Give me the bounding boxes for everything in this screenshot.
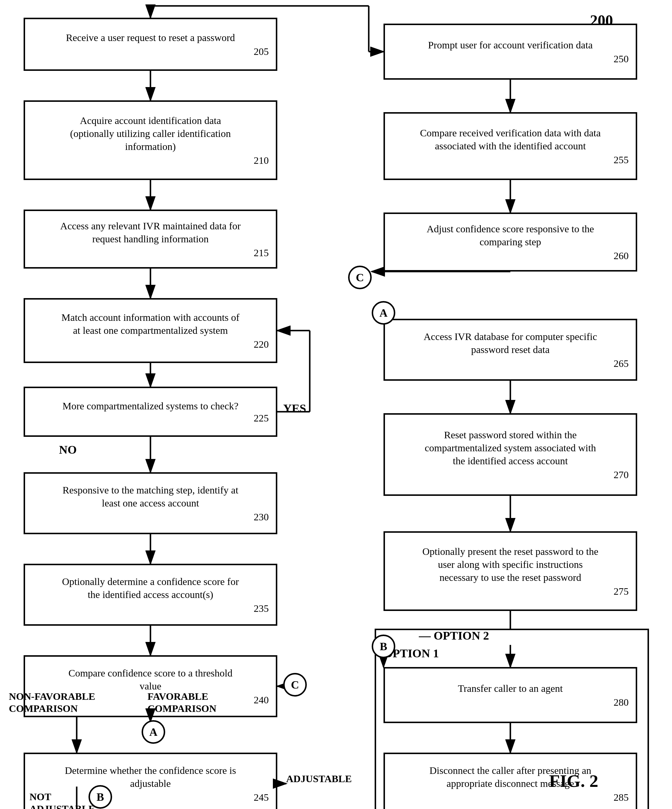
box-215-text: Access any relevant IVR maintained data … [60,220,241,245]
box-220-text: Match account information with accounts … [61,311,239,337]
box-270-text: Reset password stored within thecompartm… [425,428,596,468]
box-265-num: 265 [613,358,628,369]
box-275: Optionally present the reset password to… [384,531,637,611]
box-205-num: 205 [254,46,269,57]
label-option2: — OPTION 2 [419,629,489,643]
circle-C-left: C [283,673,307,697]
box-260-text: Adjust confidence score responsive to th… [427,223,594,248]
label-favorable: FAVORABLECOMPARISON [147,691,216,715]
box-210-num: 210 [254,155,269,166]
circle-A-right: A [372,301,395,325]
box-270: Reset password stored within thecompartm… [384,413,637,496]
circle-B-left: B [89,785,112,809]
box-275-num: 275 [613,586,628,597]
label-no: NO [59,443,77,457]
box-230-text: Responsive to the matching step, identif… [62,484,238,510]
circle-A-left: A [142,720,165,744]
box-260: Adjust confidence score responsive to th… [384,213,637,272]
box-245-text: Determine whether the confidence score i… [65,764,236,790]
box-255-num: 255 [613,154,628,166]
box-270-num: 270 [613,469,628,480]
box-230: Responsive to the matching step, identif… [23,472,277,534]
box-255-text: Compare received verification data with … [420,127,601,153]
box-260-num: 260 [613,250,628,262]
box-235: Optionally determine a confidence score … [23,564,277,626]
box-225-text: More compartmentalized systems to check? [62,399,239,413]
box-250-text: Prompt user for account verification dat… [428,39,593,52]
box-225: More compartmentalized systems to check?… [23,387,277,437]
box-250: Prompt user for account verification dat… [384,23,637,80]
box-275-text: Optionally present the reset password to… [422,545,598,584]
circle-C-right: C [348,266,372,289]
label-adjustable: ADJUSTABLE [286,773,352,784]
box-235-num: 235 [254,603,269,614]
box-265-text: Access IVR database for computer specifi… [424,330,597,356]
label-yes: YES [283,401,306,415]
box-220-num: 220 [254,339,269,350]
box-230-num: 230 [254,512,269,523]
label-not-adjustable: NOTADJUSTABLE [30,791,95,809]
box-210: Acquire account identification data(opti… [23,100,277,180]
box-240-num: 240 [254,695,269,706]
box-215-num: 215 [254,247,269,258]
label-nonfavorable: NON-FAVORABLECOMPARISON [9,691,95,715]
box-205-text: Receive a user request to reset a passwo… [66,31,235,44]
box-205: Receive a user request to reset a passwo… [23,18,277,71]
box-215: Access any relevant IVR maintained data … [23,210,277,269]
box-240-text: Compare confidence score to a thresholdv… [69,667,233,693]
circle-B-right: B [372,634,395,658]
page: 200 Receive a user request to reset a pa… [0,0,672,809]
box-220: Match account information with accounts … [23,298,277,363]
box-265: Access IVR database for computer specifi… [384,319,637,381]
box-255: Compare received verification data with … [384,112,637,180]
box-250-num: 250 [613,54,628,65]
box-245-num: 245 [254,792,269,803]
box-235-text: Optionally determine a confidence score … [62,575,239,601]
box-210-text: Acquire account identification data(opti… [70,114,231,153]
